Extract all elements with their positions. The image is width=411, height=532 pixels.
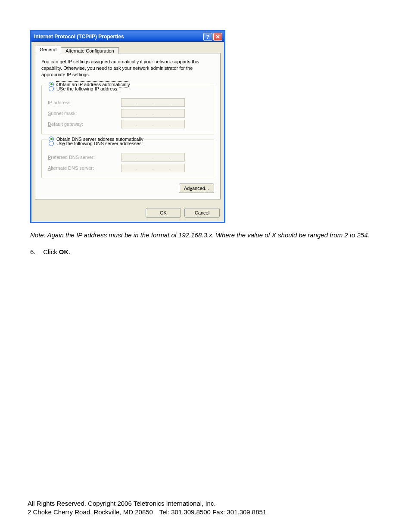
note-text: Note: Again the IP address must be in th… [30,231,383,240]
subnet-mask-row: Subnet mask: ... [48,109,208,118]
default-gateway-row: Default gateway: ... [48,120,208,128]
subnet-mask-label: Subnet mask: [48,111,121,116]
subnet-mask-input[interactable]: ... [121,109,185,118]
cancel-button[interactable]: Cancel [184,208,220,218]
intro-text: You can get IP settings assigned automat… [41,59,214,78]
document-body: Note: Again the IP address must be in th… [30,231,383,255]
tab-general[interactable]: General [35,46,61,53]
footer-line-2: 2 Choke Cherry Road, Rockville, MD 20850… [28,508,266,516]
dialog-title: Internet Protocol (TCP/IP) Properties [34,34,203,40]
footer-line-1: All Rights Reserved. Copyright 2006 Tele… [28,499,266,508]
ok-button[interactable]: OK [146,208,181,218]
preferred-dns-input[interactable]: ... [121,153,185,162]
step-number: 6. [30,248,41,255]
alternate-dns-label: Alternate DNS server: [48,165,121,171]
radio-label: Use the following DNS server addresses: [56,141,143,146]
close-button[interactable]: ✕ [213,33,222,41]
preferred-dns-row: Preferred DNS server: ... [48,153,208,162]
tab-strip: General Alternate Configuration [35,44,221,53]
help-button[interactable]: ? [203,33,212,41]
ip-address-group: Obtain an IP address automatically USe t… [41,85,214,134]
default-gateway-label: Default gateway: [48,121,121,127]
dialog-body: General Alternate Configuration You can … [31,42,224,204]
radio-use-following-dns[interactable]: Use the following DNS server addresses: [48,141,144,146]
ip-address-row: IP address: ... [48,98,208,107]
step-text: Click [43,248,59,255]
alternate-dns-row: Alternate DNS server: ... [48,164,208,172]
advanced-button[interactable]: Advanced... [179,184,214,193]
page-footer: All Rights Reserved. Copyright 2006 Tele… [28,499,266,517]
preferred-dns-label: Preferred DNS server: [48,155,121,160]
step-text-end: . [68,248,70,255]
default-gateway-input[interactable]: ... [121,120,185,128]
step-6: 6. Click OK. [30,248,383,255]
radio-icon [49,141,54,146]
radio-label: USe the following IP address: [56,86,118,91]
dialog-button-row: OK Cancel [31,204,224,222]
tab-alternate-configuration[interactable]: Alternate Configuration [61,47,119,54]
tab-panel-general: You can get IP settings assigned automat… [35,53,221,199]
radio-icon [49,86,54,91]
titlebar[interactable]: Internet Protocol (TCP/IP) Properties ? … [31,31,224,42]
radio-use-following-ip[interactable]: USe the following IP address: [48,86,119,91]
ip-address-label: IP address: [48,100,121,105]
dns-group: Obtain DNS server address automatically … [41,140,214,178]
step-bold: OK [59,248,69,255]
tcpip-properties-dialog: Internet Protocol (TCP/IP) Properties ? … [30,30,225,223]
alternate-dns-input[interactable]: ... [121,164,185,172]
ip-address-input[interactable]: ... [121,98,185,107]
